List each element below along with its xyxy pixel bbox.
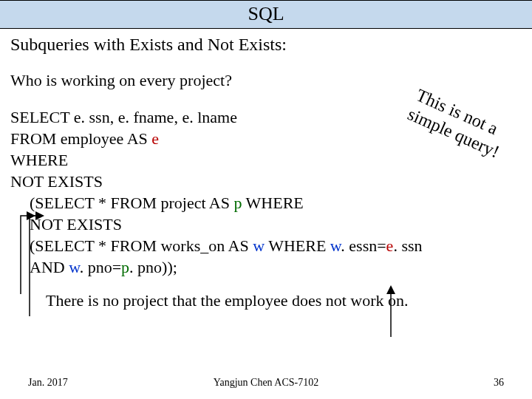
sql-line: WHERE [10,149,522,171]
slide-subtitle: Subqueries with Exists and Not Exists: [0,29,532,55]
sql-line: AND w. pno=p. pno)); [30,256,522,278]
sql-line: (SELECT * FROM project AS p WHERE [30,192,522,214]
slide-content: Who is working on every project? SELECT … [0,55,532,310]
sql-line: NOT EXISTS [10,171,522,192]
question-text: Who is working on every project? [10,71,522,90]
slide-title: SQL [0,0,532,29]
footer-date: Jan. 2017 [28,377,68,389]
caption-text: There is no project that the employee do… [46,291,522,310]
footer: Jan. 2017 Yangjun Chen ACS-7102 36 [0,377,532,389]
footer-page-number: 36 [494,377,504,389]
sql-line: NOT EXISTS [30,214,522,235]
sql-line: (SELECT * FROM works_on AS w WHERE w. es… [30,235,522,256]
footer-author: Yangjun Chen ACS-7102 [214,377,319,389]
